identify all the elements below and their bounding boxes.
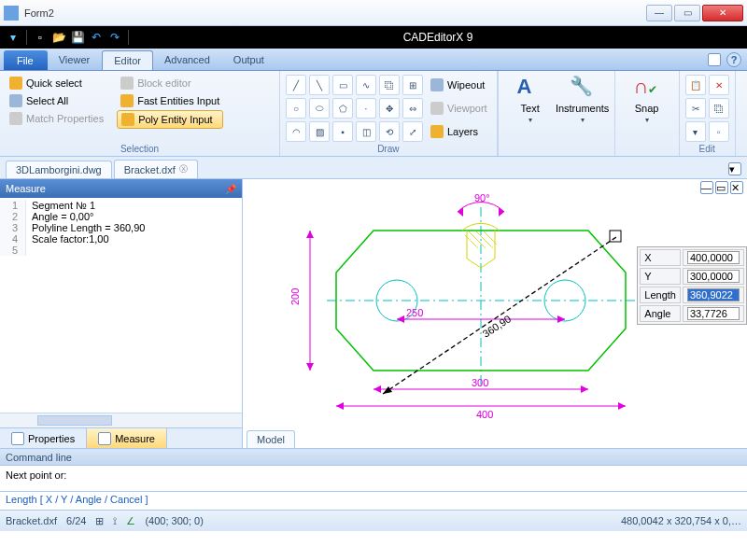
snap-button[interactable]: ∩✔Snap▾: [621, 75, 673, 124]
tab-viewer[interactable]: Viewer: [48, 49, 102, 70]
copy-icon[interactable]: ⿻: [379, 75, 400, 95]
window-titlebar: Form2 — ▭ ✕: [0, 0, 747, 26]
open-icon[interactable]: 📂: [51, 30, 66, 45]
help-icon[interactable]: ?: [726, 52, 741, 67]
style-dropdown-icon[interactable]: [708, 53, 721, 66]
pane-min-icon[interactable]: —: [700, 181, 713, 194]
tab-advanced[interactable]: Advanced: [153, 49, 222, 70]
coord-len-input[interactable]: [687, 288, 740, 301]
measure-output: 1Segment № 1 2Angle = 0,00° 3Polyline Le…: [0, 198, 242, 413]
properties-tab[interactable]: Properties: [0, 428, 87, 448]
command-options[interactable]: Length [ X / Y / Angle / Cancel ]: [0, 492, 747, 511]
poly-entity-button[interactable]: Poly Entity Input: [117, 110, 223, 129]
delete-icon[interactable]: ✕: [709, 75, 729, 95]
svg-text:250: 250: [406, 307, 423, 318]
coord-y-input[interactable]: [687, 270, 740, 283]
svg-marker-20: [374, 385, 381, 393]
close-button[interactable]: ✕: [702, 5, 743, 21]
svg-line-6: [469, 231, 486, 248]
cursor-icon: [9, 77, 22, 90]
pin-icon[interactable]: 📌: [225, 184, 236, 194]
coord-x-input[interactable]: [687, 251, 740, 264]
measure-hscroll[interactable]: [0, 413, 242, 427]
instruments-button[interactable]: 🔧Instruments▾: [557, 75, 609, 124]
save-icon[interactable]: 💾: [70, 30, 85, 45]
minimize-button[interactable]: —: [646, 5, 672, 21]
spline-icon[interactable]: ∿: [356, 75, 376, 95]
region-icon[interactable]: ◫: [356, 121, 376, 142]
coord-ang-input[interactable]: [687, 307, 740, 320]
tab-file[interactable]: File: [4, 50, 48, 70]
rotate-icon[interactable]: ⟲: [379, 121, 400, 142]
ellipse-icon[interactable]: ⬭: [309, 98, 330, 119]
doc-tab-lambo[interactable]: 3DLamborgini.dwg: [6, 161, 112, 178]
group-label-draw: Draw: [286, 144, 491, 154]
svg-marker-24: [336, 402, 344, 410]
status-coords: (400; 300; 0): [145, 515, 203, 526]
viewport-icon: [430, 102, 444, 115]
status-toggle-3[interactable]: ∠: [126, 515, 135, 527]
dot-icon[interactable]: ▪: [332, 121, 353, 142]
window-title: Form2: [24, 7, 646, 19]
svg-marker-12: [306, 231, 314, 238]
pastespec-icon[interactable]: ▫: [709, 121, 729, 142]
tabs-dropdown-icon[interactable]: ▾: [728, 162, 741, 175]
point-icon[interactable]: ·: [356, 98, 376, 119]
move-icon[interactable]: ✥: [379, 98, 400, 119]
drawing-canvas[interactable]: 90° 200 250 300 400 360,90 — ▭: [243, 179, 747, 448]
block-icon: [120, 77, 134, 90]
polyline-icon[interactable]: ╲: [309, 75, 330, 95]
quick-select-button[interactable]: Quick select: [6, 75, 107, 91]
cut-icon[interactable]: ✂: [685, 98, 706, 119]
doc-tab-bracket[interactable]: Bracket.dxfⓧ: [114, 160, 198, 178]
copy2-icon[interactable]: ⿻: [709, 98, 729, 119]
tab-editor[interactable]: Editor: [102, 50, 153, 70]
viewport-button[interactable]: Viewport: [427, 98, 491, 119]
array-icon[interactable]: ⊞: [402, 75, 423, 95]
app-icon: [4, 6, 19, 21]
layers-icon: [430, 125, 444, 138]
layers-button[interactable]: Layers: [427, 121, 491, 142]
svg-marker-13: [306, 363, 314, 371]
main-area: Measure📌 1Segment № 1 2Angle = 0,00° 3Po…: [0, 179, 747, 448]
command-header: Command line: [0, 449, 747, 466]
line-icon[interactable]: ╱: [286, 75, 306, 95]
pasteopt-icon[interactable]: ▾: [685, 121, 706, 142]
match-properties-button[interactable]: Match Properties: [6, 110, 107, 127]
ribbon-tabs: File Viewer Editor Advanced Output ?: [0, 49, 747, 71]
measure-tab[interactable]: Measure: [87, 428, 167, 448]
new-icon[interactable]: ▫: [33, 30, 48, 45]
status-toggle-1[interactable]: ⊞: [95, 515, 104, 527]
undo-icon[interactable]: ↶: [89, 30, 104, 45]
coords-panel: X Y Length Angle: [637, 246, 747, 325]
svg-marker-10: [499, 207, 504, 217]
plus-icon: [120, 94, 134, 107]
status-bar: Bracket.dxf 6/24 ⊞ ⟟ ∠ (400; 300; 0) 480…: [0, 511, 747, 531]
redo-icon[interactable]: ↷: [107, 30, 122, 45]
close-tab-icon[interactable]: ⓧ: [179, 163, 188, 175]
status-toggle-2[interactable]: ⟟: [113, 515, 117, 527]
tab-output[interactable]: Output: [222, 49, 276, 70]
block-editor-button[interactable]: Block editor: [117, 75, 223, 91]
paste-icon[interactable]: 📋: [685, 75, 706, 95]
maximize-button[interactable]: ▭: [674, 5, 700, 21]
command-prompt[interactable]: Next point or:: [0, 466, 747, 492]
circle-icon[interactable]: ○: [286, 98, 306, 119]
hatch-icon[interactable]: ▨: [309, 121, 330, 142]
model-tab[interactable]: Model: [247, 430, 295, 448]
qat-menu-icon[interactable]: ▾: [6, 30, 21, 45]
text-button[interactable]: AText▾: [504, 75, 557, 124]
svg-marker-17: [557, 315, 565, 323]
rect-icon[interactable]: ▭: [332, 75, 353, 95]
fast-entities-button[interactable]: Fast Entities Input: [117, 92, 223, 109]
scale-icon[interactable]: ⤢: [402, 121, 423, 142]
ribbon: Quick select Select All Match Properties…: [0, 71, 747, 157]
dim-angle-90: 90°: [474, 192, 490, 203]
pane-max-icon[interactable]: ▭: [715, 181, 728, 194]
wipeout-button[interactable]: Wipeout: [427, 75, 491, 95]
pane-close-icon[interactable]: ✕: [730, 181, 743, 194]
select-all-button[interactable]: Select All: [6, 92, 107, 109]
mirror-icon[interactable]: ⇔: [402, 98, 423, 119]
arc-icon[interactable]: ◠: [286, 121, 306, 142]
polygon-icon[interactable]: ⬠: [332, 98, 353, 119]
